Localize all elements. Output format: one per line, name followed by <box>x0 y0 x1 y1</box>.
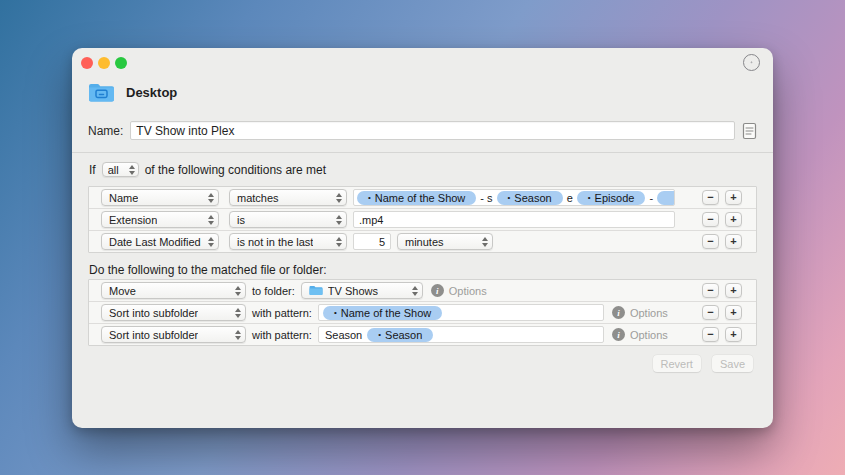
revert-button[interactable]: Revert <box>653 355 701 372</box>
token-pill-name-of-the-show[interactable]: • Name of the Show <box>357 191 476 205</box>
rule-name-input[interactable] <box>130 121 735 140</box>
action-options[interactable]: i Options <box>612 306 668 319</box>
row-buttons: − + <box>702 234 742 249</box>
remove-action-button[interactable]: − <box>702 327 719 342</box>
subfolder-pattern-field[interactable]: Season • Season <box>318 326 604 343</box>
condition-operator-popup[interactable]: matches <box>229 189 347 206</box>
save-button[interactable]: Save <box>712 355 753 372</box>
name-pattern-token-field[interactable]: • Name of the Show - s • Season e • Epis… <box>353 189 675 206</box>
time-unit-popup[interactable]: minutes <box>397 233 493 250</box>
token-text: e <box>567 192 573 204</box>
download-circle-icon[interactable] <box>743 54 760 71</box>
token-pill-season[interactable]: • Season <box>367 328 433 342</box>
token-text: - <box>649 192 653 204</box>
info-icon: i <box>431 284 444 297</box>
add-action-button[interactable]: + <box>725 327 742 342</box>
action-connector-label: with pattern: <box>252 307 312 319</box>
folder-header: Desktop <box>88 81 177 103</box>
match-mode-value: all <box>108 164 119 176</box>
close-window-button[interactable] <box>81 57 93 69</box>
row-buttons: − + <box>702 190 742 205</box>
options-label: Options <box>630 307 668 319</box>
rule-note-icon[interactable] <box>742 122 757 140</box>
action-options[interactable]: i Options <box>431 284 487 297</box>
condition-operator-popup[interactable]: is not in the last <box>229 233 347 250</box>
add-action-button[interactable]: + <box>725 283 742 298</box>
condition-operator-popup[interactable]: is <box>229 211 347 228</box>
row-buttons: − + <box>702 305 742 320</box>
popup-stepper-icon <box>235 286 241 296</box>
add-action-button[interactable]: + <box>725 305 742 320</box>
token-dot-icon: • <box>508 194 511 202</box>
match-mode-popup[interactable]: all <box>102 162 139 177</box>
extension-value-field[interactable]: .mp4 <box>353 211 675 228</box>
conditions-suffix: of the following conditions are met <box>145 163 326 177</box>
name-label: Name: <box>88 124 123 138</box>
desktop-wallpaper: Desktop Name: If all of the following co… <box>0 0 845 475</box>
action-type-popup[interactable]: Move <box>101 282 246 299</box>
remove-condition-button[interactable]: − <box>702 190 719 205</box>
pattern-text: Season <box>325 329 362 341</box>
condition-row-extension: Extension is .mp4 − + <box>89 209 756 231</box>
rule-name-row: Name: <box>88 121 757 140</box>
token-pill-name-of-the-show[interactable]: • Name of the Show <box>323 306 442 320</box>
popup-stepper-icon <box>336 237 342 247</box>
action-type-popup[interactable]: Sort into subfolder <box>101 326 246 343</box>
minimize-window-button[interactable] <box>98 57 110 69</box>
condition-attribute-popup[interactable]: Name <box>101 189 219 206</box>
actions-header: Do the following to the matched file or … <box>89 263 326 277</box>
info-icon: i <box>612 328 625 341</box>
options-label: Options <box>630 329 668 341</box>
row-buttons: − + <box>702 327 742 342</box>
token-dot-icon: • <box>368 194 371 202</box>
row-buttons: − + <box>702 283 742 298</box>
remove-condition-button[interactable]: − <box>702 212 719 227</box>
add-condition-button[interactable]: + <box>725 212 742 227</box>
action-type-popup[interactable]: Sort into subfolder <box>101 304 246 321</box>
conditions-prefix: If <box>89 163 96 177</box>
folder-title: Desktop <box>126 85 177 100</box>
popup-stepper-icon <box>336 193 342 203</box>
info-icon: i <box>612 306 625 319</box>
subfolder-pattern-field[interactable]: • Name of the Show <box>318 304 604 321</box>
action-connector-label: with pattern: <box>252 329 312 341</box>
popup-stepper-icon <box>208 237 214 247</box>
token-pill-season[interactable]: • Season <box>497 191 563 205</box>
options-label: Options <box>449 285 487 297</box>
condition-attribute-popup[interactable]: Date Last Modified <box>101 233 219 250</box>
action-row-sort-season: Sort into subfolder with pattern: Season… <box>89 324 756 345</box>
token-dot-icon: • <box>588 194 591 202</box>
popup-stepper-icon <box>412 286 418 296</box>
add-condition-button[interactable]: + <box>725 234 742 249</box>
condition-row-date-modified: Date Last Modified is not in the last 5 … <box>89 231 756 252</box>
row-buttons: − + <box>702 212 742 227</box>
mini-folder-icon <box>309 285 323 296</box>
add-condition-button[interactable]: + <box>725 190 742 205</box>
condition-attribute-popup[interactable]: Extension <box>101 211 219 228</box>
footer-buttons: Revert Save <box>653 355 753 372</box>
header-divider <box>72 152 773 153</box>
popup-stepper-icon <box>208 215 214 225</box>
token-pill-ellipsis[interactable]: … <box>657 191 675 205</box>
time-amount-field[interactable]: 5 <box>353 233 391 250</box>
conditions-table: Name matches • Name of the Show - s • Se… <box>88 186 757 253</box>
remove-condition-button[interactable]: − <box>702 234 719 249</box>
popup-stepper-icon <box>482 237 488 247</box>
popup-stepper-icon <box>235 330 241 340</box>
action-connector-label: to folder: <box>252 285 295 297</box>
token-text: - s <box>480 192 492 204</box>
remove-action-button[interactable]: − <box>702 305 719 320</box>
popup-stepper-icon <box>235 308 241 318</box>
token-pill-episode[interactable]: • Episode <box>577 191 646 205</box>
conditions-header: If all of the following conditions are m… <box>89 162 326 177</box>
popup-stepper-icon <box>208 193 214 203</box>
remove-action-button[interactable]: − <box>702 283 719 298</box>
actions-table: Move to folder: TV Shows <box>88 279 757 346</box>
action-options[interactable]: i Options <box>612 328 668 341</box>
condition-row-name: Name matches • Name of the Show - s • Se… <box>89 187 756 209</box>
hazel-rule-editor-window: Desktop Name: If all of the following co… <box>72 48 773 428</box>
destination-folder-popup[interactable]: TV Shows <box>301 282 423 299</box>
zoom-window-button[interactable] <box>115 57 127 69</box>
popup-stepper-icon <box>129 165 135 175</box>
arrow-down-icon <box>750 57 753 68</box>
